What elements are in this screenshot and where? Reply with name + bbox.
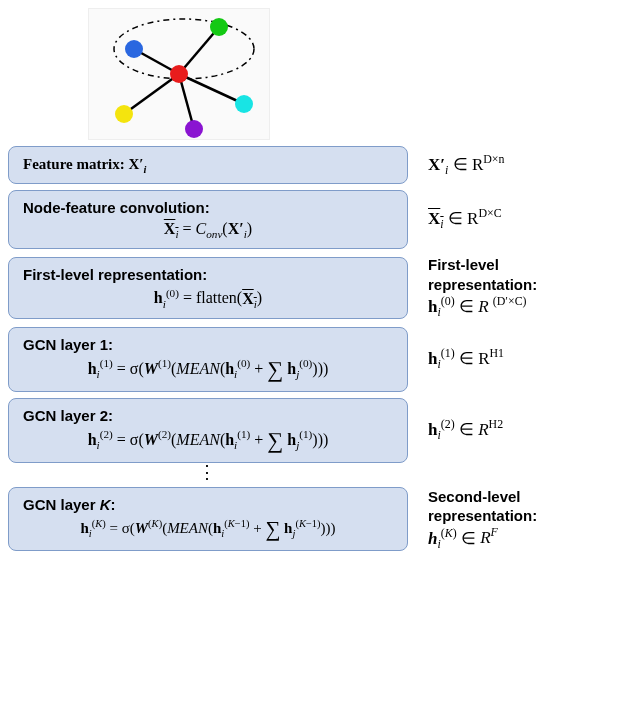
gcnK-label2: representation: (428, 506, 537, 526)
svg-line-3 (124, 74, 179, 114)
side-conv: Xi ∈ RD×C (428, 206, 502, 233)
diagram-container: Feature matrix: X′i X′i ∈ RD×n Node-feat… (8, 8, 632, 552)
feature-title: Feature matrix: X′i (23, 156, 147, 172)
graph-illustration (88, 8, 270, 140)
gcn1-title: GCN layer 1: (23, 336, 393, 353)
block-conv: Node-feature convolution: Xi = Conv(X′i) (8, 190, 408, 249)
first-formula: hi(0) = flatten(Xi) (23, 287, 393, 310)
block-gcnK: GCN layer K: hi(K) = σ(W(K)(MEAN(hi(K−1)… (8, 487, 408, 551)
block-gcn1: GCN layer 1: hi(1) = σ(W(1)(MEAN(hi(0) +… (8, 327, 408, 392)
svg-point-10 (235, 95, 253, 113)
side-feature: X′i ∈ RD×n (428, 152, 504, 179)
svg-point-6 (170, 65, 188, 83)
block-feature: Feature matrix: X′i (8, 146, 408, 184)
side-gcnK: Second-level representation: hi(K) ∈ RF (428, 487, 537, 553)
gcnK-label1: Second-level (428, 487, 537, 507)
vdots: ⋮ (8, 463, 408, 481)
svg-point-9 (115, 105, 133, 123)
first-label1: First-level (428, 255, 537, 275)
side-gcn2: hi(2) ∈ RH2 (428, 417, 503, 444)
conv-title: Node-feature convolution: (23, 199, 393, 216)
row-feature: Feature matrix: X′i X′i ∈ RD×n (8, 146, 632, 184)
row-first: First-level representation: hi(0) = flat… (8, 255, 632, 321)
gcnK-formula: hi(K) = σ(W(K)(MEAN(hi(K−1) + ∑ hj(K−1))… (23, 517, 393, 542)
block-gcn2: GCN layer 2: hi(2) = σ(W(2)(MEAN(hi(1) +… (8, 398, 408, 463)
svg-point-8 (125, 40, 143, 58)
row-conv: Node-feature convolution: Xi = Conv(X′i)… (8, 190, 632, 249)
svg-point-11 (185, 120, 203, 138)
gcn2-title: GCN layer 2: (23, 407, 393, 424)
gcnK-title: GCN layer K: (23, 496, 393, 513)
graph-svg (89, 9, 269, 139)
first-title: First-level representation: (23, 266, 393, 283)
gcn1-formula: hi(1) = σ(W(1)(MEAN(hi(0) + ∑ hj(0)))) (23, 357, 393, 383)
row-gcn2: GCN layer 2: hi(2) = σ(W(2)(MEAN(hi(1) +… (8, 398, 632, 463)
svg-point-7 (210, 18, 228, 36)
row-gcnK: GCN layer K: hi(K) = σ(W(K)(MEAN(hi(K−1)… (8, 487, 632, 553)
gcn2-formula: hi(2) = σ(W(2)(MEAN(hi(1) + ∑ hj(1)))) (23, 428, 393, 454)
side-gcn1: hi(1) ∈ RH1 (428, 346, 504, 373)
block-first: First-level representation: hi(0) = flat… (8, 257, 408, 319)
svg-line-4 (179, 74, 244, 104)
side-first: First-level representation: hi(0) ∈ R (D… (428, 255, 537, 321)
svg-line-1 (179, 27, 219, 74)
conv-formula: Xi = Conv(X′i) (23, 220, 393, 240)
row-gcn1: GCN layer 1: hi(1) = σ(W(1)(MEAN(hi(0) +… (8, 327, 632, 392)
first-label2: representation: (428, 275, 537, 295)
